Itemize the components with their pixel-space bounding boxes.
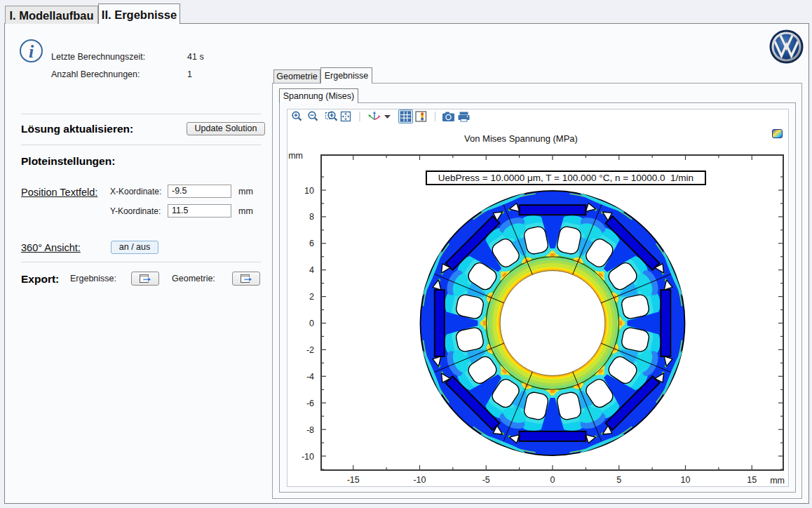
svg-text:4: 4 bbox=[309, 265, 314, 275]
svg-text:0: 0 bbox=[550, 475, 555, 485]
svg-text:-4: -4 bbox=[306, 372, 314, 382]
svg-text:-5: -5 bbox=[482, 475, 490, 485]
svg-text:mm: mm bbox=[288, 151, 303, 161]
svg-text:-8: -8 bbox=[306, 425, 314, 435]
svg-text:6: 6 bbox=[309, 239, 314, 248]
svg-text:8: 8 bbox=[309, 212, 314, 222]
svg-text:-10: -10 bbox=[413, 475, 426, 485]
svg-text:2: 2 bbox=[309, 292, 314, 302]
svg-text:10: 10 bbox=[681, 475, 691, 485]
svg-text:-10: -10 bbox=[302, 452, 314, 462]
svg-text:5: 5 bbox=[616, 475, 621, 485]
svg-text:-6: -6 bbox=[306, 399, 314, 408]
svg-text:-15: -15 bbox=[347, 475, 360, 485]
svg-text:10: 10 bbox=[304, 186, 314, 196]
svg-text:-2: -2 bbox=[306, 345, 314, 355]
svg-text:mm: mm bbox=[770, 476, 785, 486]
svg-text:15: 15 bbox=[747, 475, 757, 485]
svg-text:0: 0 bbox=[309, 319, 314, 328]
